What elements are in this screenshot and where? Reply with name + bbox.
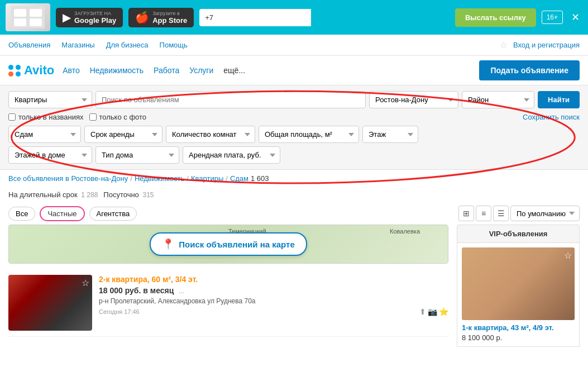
app-store-button[interactable]: 🍎 Загрузите в App Store [128,8,194,27]
map-city-2: Ковалевка [390,228,420,235]
logo-dot-2 [16,65,21,70]
tab-daily-count: 315 [142,191,154,199]
vip-listing-image: ☆ [462,247,575,320]
google-play-button[interactable]: ▶ ЗАГРУЗИТЕ НА Google Play [56,8,123,27]
listing-favorite-button[interactable]: ☆ [82,278,89,288]
save-search-link[interactable]: Сохранить поиск [523,113,580,121]
nav-bar: Объявления Магазины Для бизнеса Помощь ☆… [0,35,588,56]
view-icons: ⊞ ≡ ☰ По умолчанию [458,206,580,221]
nav-business[interactable]: Для бизнеса [106,41,149,49]
city-select[interactable]: Ростов-на-Дону [369,91,458,108]
header-nav-services[interactable]: Услуги [189,66,213,75]
breadcrumb-city[interactable]: Все объявления в Ростове-на-Дону [8,174,128,183]
listing-more-btn[interactable]: ... [179,287,184,295]
breadcrumb-rent[interactable]: Сдам [230,174,248,183]
header-nav-jobs[interactable]: Работа [154,66,179,75]
google-play-icon: ▶ [63,11,71,24]
logo[interactable]: Avito [8,63,54,78]
filter-row: Все Частные Агентства ⊞ ≡ ☰ По умолчанию [0,202,588,225]
header-nav-auto[interactable]: Авто [63,66,80,75]
list-view-icon[interactable]: ≡ [476,206,491,221]
listings-col: Темерницкий Ковалевка 📍 Поиск объявлений… [8,225,448,347]
header-nav: Авто Недвижимость Работа Услуги ещё... [63,66,471,75]
nav-ads[interactable]: Объявления [8,41,50,49]
only-photo-label: только с фото [99,113,147,121]
breadcrumb-sep-1: / [130,174,132,183]
app-store-label: Загрузите в [152,11,187,16]
listing-price: 18 000 руб. в месяц ... [99,286,448,295]
logo-dots [8,65,21,77]
header-nav-realty[interactable]: Недвижимость [90,66,144,75]
category-select[interactable]: Квартиры [8,91,92,108]
login-link[interactable]: Вход и регистрация [513,41,580,49]
svg-rect-2 [14,18,26,26]
google-play-store-name: Google Play [74,16,116,25]
filter-private[interactable]: Частные [40,206,84,221]
breadcrumb-realty[interactable]: Недвижимость [135,174,184,183]
nav-help[interactable]: Помощь [160,41,188,49]
nav-shops[interactable]: Магазины [61,41,95,49]
listing-date: Сегодня 17:46 ⬆ 📷 ⭐ [99,307,448,316]
search-input[interactable] [95,91,366,108]
tab-long-term[interactable]: На длительный срок 1 288 [8,190,98,199]
logo-text: Avito [24,63,54,78]
send-link-button[interactable]: Выслать ссылку [455,8,536,27]
filter-agency[interactable]: Агентства [89,207,137,221]
search-row-4: Этажей в доме Тип дома Арендная плата, р… [8,146,580,164]
favorites-icon[interactable]: ☆ [500,40,508,50]
only-names-label: только в названиях [18,113,84,121]
search-row-2: только в названиях только с фото Сохрани… [8,113,580,121]
vip-header: VIP-объявления [457,225,580,243]
rent-period-select[interactable]: Срок аренды [84,126,162,143]
map-banner[interactable]: Темерницкий Ковалевка 📍 Поиск объявлений… [8,225,448,264]
svg-rect-4 [30,18,42,26]
map-search-label[interactable]: 📍 Поиск объявлений на карте [150,232,307,256]
logo-dot-1 [8,65,13,70]
tab-daily[interactable]: Посуточно 315 [103,190,154,199]
district-select[interactable]: Район [462,91,534,108]
logo-dot-4 [16,72,21,77]
rent-price-select[interactable]: Арендная плата, руб. [183,146,280,164]
phone-input[interactable] [199,9,311,26]
age-badge: 16+ [542,11,563,24]
listing-title[interactable]: 2-к квартира, 60 м², 3/4 эт. [99,275,448,284]
post-ad-button[interactable]: Подать объявление [479,60,580,80]
main-content: Темерницкий Ковалевка 📍 Поиск объявлений… [0,225,588,347]
house-type-select[interactable]: Тип дома [95,146,179,164]
up-icon: ⬆ [419,307,426,316]
top-banner: ▶ ЗАГРУЗИТЕ НА Google Play 🍎 Загрузите в… [0,0,588,35]
star-icon: ⭐ [439,307,448,316]
floor-select[interactable]: Этаж [362,126,418,143]
tabs-row: На длительный срок 1 288 Посуточно 315 [0,187,588,202]
only-names-check[interactable]: только в названиях [8,113,84,121]
breadcrumb-sep-2: / [187,174,189,183]
listing-price-value: 18 000 руб. в месяц [99,286,174,295]
phone-input-wrap [199,9,450,26]
rooms-select[interactable]: Количество комнат [166,126,255,143]
tab-long-term-count: 1 288 [81,191,98,199]
rent-type-select[interactable]: Сдам [8,126,81,143]
filter-all[interactable]: Все [8,207,35,221]
breadcrumb-apartments[interactable]: Квартиры [191,174,223,183]
vip-favorite-button[interactable]: ☆ [564,250,572,261]
breadcrumb-sep-3: / [226,174,228,183]
camera-icon: 📷 [428,307,437,316]
listing-img-bg [8,275,92,331]
grid-view-icon[interactable]: ⊞ [458,206,474,221]
map-search-text: Поиск объявлений на карте [179,240,295,249]
area-select[interactable]: Общая площадь, м² [259,126,359,143]
search-button[interactable]: Найти [538,91,580,108]
search-area: Квартиры Ростов-на-Дону Район Найти толь… [0,85,588,170]
nav-links: Объявления Магазины Для бизнеса Помощь [8,41,500,49]
only-photo-check[interactable]: только с фото [89,113,147,121]
sort-select[interactable]: По умолчанию [510,206,580,221]
app-preview-image [6,3,50,31]
total-floors-select[interactable]: Этажей в доме [8,146,92,164]
compact-view-icon[interactable]: ☰ [493,206,509,221]
header-nav-more[interactable]: ещё... [223,66,245,75]
close-banner-button[interactable]: ✕ [568,11,582,23]
apple-icon: 🍎 [135,11,149,24]
only-names-checkbox[interactable] [8,113,16,121]
vip-listing-title[interactable]: 1-к квартира, 43 м², 4/9 эт. [462,323,575,332]
only-photo-checkbox[interactable] [89,113,97,121]
